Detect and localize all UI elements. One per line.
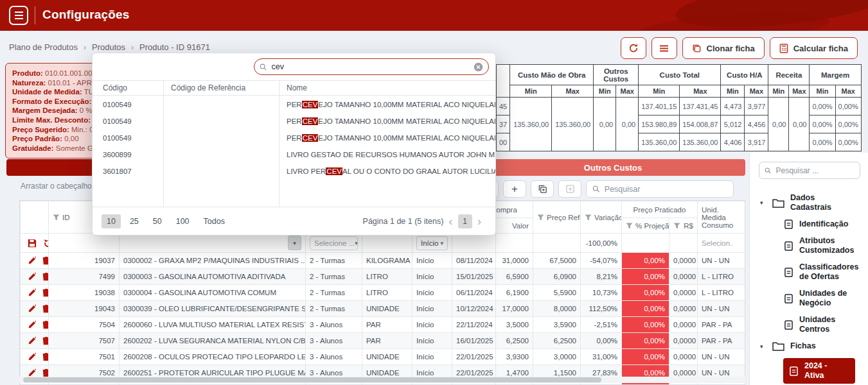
table-row[interactable]: 190380300004 - GASOLINA AUTOMOTIVA COMUM… <box>21 285 746 301</box>
edit-icon[interactable] <box>28 273 36 281</box>
page-size-button[interactable]: 50 <box>148 214 167 228</box>
edit-icon[interactable] <box>28 305 36 313</box>
cell-variacao: -54,07% <box>581 253 622 269</box>
tree-item-unidades-centros[interactable]: Unidades Centros <box>784 315 864 334</box>
page-size-button[interactable]: 25 <box>125 214 144 228</box>
cost-sub-header: Max <box>616 85 639 98</box>
table-row[interactable]: 75042600060 - LUVA MULTIUSO MATERIAL LAT… <box>21 317 746 333</box>
tree-item-2024-ativa[interactable]: 2024 - Ativa <box>783 358 855 384</box>
grid-unidade-filter[interactable] <box>362 234 412 253</box>
tree-folder-fichas[interactable]: ▾Fichas <box>760 341 864 351</box>
grid-preco-ref-header[interactable]: Preço Referência <box>533 201 581 234</box>
tree-item-classificadores-de-ofertas[interactable]: Classificadores de Ofertas <box>784 262 864 282</box>
outros-custos-section-button[interactable]: Outros Custos <box>481 159 745 176</box>
page-size-options: 102550100Todos <box>102 217 234 226</box>
breadcrumb-item[interactable]: Produto - ID 91671 <box>139 42 210 52</box>
tree-item-unidades-de-neg-cio[interactable]: Unidades de Negócio <box>784 289 864 308</box>
prev-page-button[interactable]: ‹ <box>443 215 457 227</box>
grid-valor-filter[interactable] <box>496 234 533 253</box>
undo-icon[interactable] <box>43 239 49 248</box>
chevron-down-icon[interactable]: ▾ <box>760 343 766 350</box>
grid-ref-filter[interactable] <box>533 234 581 253</box>
variacao-filter-value[interactable]: -100,00% <box>581 234 622 253</box>
add-row-button[interactable]: + <box>503 180 526 198</box>
tree-folder-dados-cadastrais[interactable]: ▾Dados Cadastrais <box>760 193 864 212</box>
tree-item-atributos-customizados[interactable]: Atributos Customizados <box>784 236 864 255</box>
delete-icon[interactable] <box>42 352 49 361</box>
cell-projecao[interactable]: 0,00% <box>622 317 669 333</box>
delete-icon[interactable] <box>42 336 49 345</box>
scrollbar-thumb[interactable] <box>23 377 601 382</box>
calculate-record-button[interactable]: Calcular ficha <box>770 37 858 59</box>
edit-icon[interactable] <box>28 321 36 329</box>
cell-projecao[interactable]: 0,00% <box>622 285 669 301</box>
cell-projecao[interactable]: 0,00% <box>622 253 669 269</box>
clear-search-icon[interactable] <box>474 62 483 72</box>
refresh-button[interactable] <box>621 37 646 59</box>
grid-projecao-filter[interactable] <box>622 234 669 253</box>
grid-valor-subheader[interactable]: Valor <box>496 218 533 234</box>
edit-icon[interactable] <box>28 353 36 361</box>
edit-icon[interactable] <box>28 369 36 377</box>
breadcrumb-item[interactable]: Plano de Produtos <box>9 42 78 52</box>
delete-icon[interactable] <box>42 368 49 377</box>
current-page-button[interactable]: 1 <box>458 214 472 228</box>
grid-rs-subheader[interactable]: R$ <box>669 218 698 234</box>
next-page-button[interactable]: › <box>472 215 486 227</box>
edit-icon[interactable] <box>28 257 36 265</box>
popup-search-input[interactable] <box>271 62 469 71</box>
grid-unid-header[interactable]: Unid. Medida Consumo <box>698 201 745 234</box>
delete-icon[interactable] <box>42 288 49 297</box>
popup-result-row[interactable]: 0100549PERCEVEJO TAMANHO 10,00MM MATERIA… <box>93 96 495 113</box>
table-row[interactable]: 75072600202 - LUVA SEGURANCA MATERIAL NY… <box>21 333 746 349</box>
cost-margem-max: 0,00% <box>835 98 861 116</box>
page-size-button[interactable]: 10 <box>102 214 121 228</box>
cell-turma: 2 - Turmas <box>306 253 362 269</box>
table-row[interactable]: 190370300002 - GRAXA MP2 P/MAQUINAS INDU… <box>21 253 746 269</box>
grid-rs-filter[interactable] <box>669 234 698 253</box>
table-row[interactable]: 190430300039 - OLEO LUBRIFICANTE/DESENGR… <box>21 301 746 317</box>
delete-icon[interactable] <box>42 304 49 313</box>
cost-mao-max: 135.360,00 <box>552 98 594 151</box>
page-size-button[interactable]: 100 <box>171 214 195 228</box>
grid-search-input[interactable] <box>605 185 727 194</box>
save-icon[interactable] <box>28 239 37 248</box>
edit-icon[interactable] <box>28 337 36 345</box>
cell-projecao[interactable]: 0,00% <box>622 301 669 317</box>
options-menu-button[interactable] <box>651 37 677 59</box>
edit-icon[interactable] <box>28 289 36 297</box>
delete-icon[interactable] <box>42 320 49 329</box>
popup-result-row[interactable]: 3600899LIVRO GESTAO DE RECURSOS HUMANOS … <box>93 146 495 163</box>
grid-preco-praticado-header[interactable]: Preço Praticado <box>622 201 698 218</box>
column-dropdown-button[interactable]: ▾ <box>288 235 301 250</box>
grid-id-filter[interactable] <box>49 234 120 253</box>
popup-result-row[interactable]: 0100549PERCEVEJO TAMANHO 10,00MM MATERIA… <box>93 113 495 130</box>
cost-margem-max: 0,00% <box>835 133 861 151</box>
table-row[interactable]: 74990300003 - GASOLINA AUTOMOTIVA ADITIV… <box>21 269 746 285</box>
delete-icon[interactable] <box>42 256 49 265</box>
breadcrumb-item[interactable]: Produtos <box>92 42 125 52</box>
clone-record-button[interactable]: Clonar ficha <box>682 37 765 59</box>
chevron-down-icon[interactable]: ▾ <box>760 200 766 206</box>
table-row[interactable]: 75012600208 - OCULOS PROTECAO TIPO LEOPA… <box>21 349 746 365</box>
popup-result-row[interactable]: 0100549PERCEVEJO TAMANHO 10,00MM MATERIA… <box>93 130 495 146</box>
page-size-button[interactable]: Todos <box>199 214 230 228</box>
horizontal-scrollbar[interactable] <box>19 377 745 383</box>
sidebar-search-input[interactable] <box>776 166 855 175</box>
delete-icon[interactable] <box>42 272 49 281</box>
cell-projecao[interactable]: 0,00% <box>622 333 669 349</box>
grid-projecao-subheader[interactable]: % Projeção <box>622 218 669 234</box>
cell-projecao[interactable]: 0,00% <box>622 269 669 285</box>
tree-item-identifica-o[interactable]: Identificação <box>784 219 864 229</box>
unid-filter-select[interactable]: Selecion. <box>698 234 745 253</box>
cell-turma: 2 - Turmas <box>306 269 362 285</box>
popup-result-row[interactable]: 3601807LIVRO PERCEVAL OU O CONTO DO GRAA… <box>93 163 495 180</box>
turma-filter-select[interactable]: Selecione ...▾ <box>310 236 358 250</box>
cell-projecao[interactable]: 0,00% <box>622 349 669 365</box>
duplicate-row-button[interactable] <box>531 180 554 198</box>
hamburger-menu-button[interactable] <box>9 6 28 25</box>
grid-variacao-header[interactable]: Variação <box>581 201 622 234</box>
vigencia-filter-select[interactable]: Início▾ <box>416 236 448 250</box>
grid-data-filter[interactable] <box>452 234 496 253</box>
grid-search-box <box>586 180 734 198</box>
